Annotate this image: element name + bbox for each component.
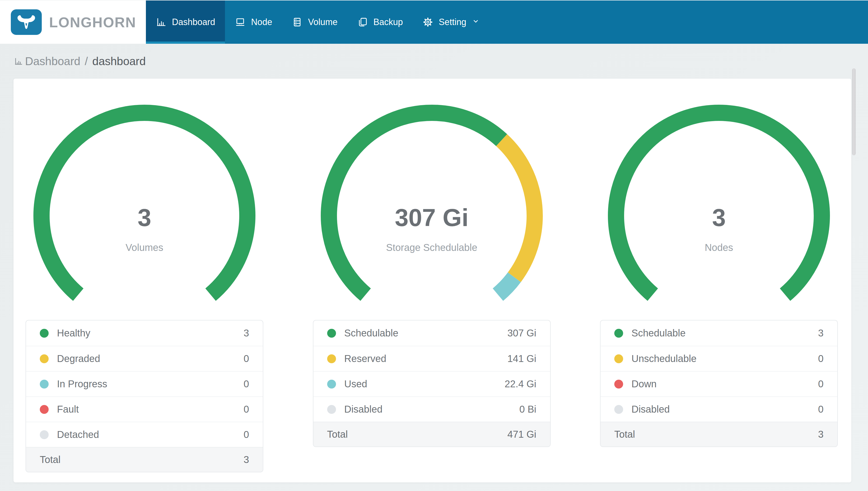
storage-gauge-chart: 307 Gi Storage Schedulable (316, 92, 547, 308)
chevron-down-icon (472, 17, 480, 28)
volumes-legend-card: Healthy3Degraded0In Progress0Fault0Detac… (26, 320, 263, 472)
nav-tab-dashboard[interactable]: Dashboard (146, 0, 225, 44)
volumes-chart-column: 3 Volumes Healthy3Degraded0In Progress0F… (26, 79, 263, 472)
breadcrumb-current-page: dashboard (92, 55, 146, 68)
legend-total-row: Total 3 (26, 447, 263, 472)
storage-chart-column: 307 Gi Storage Schedulable Schedulable30… (313, 79, 551, 447)
total-value: 3 (818, 429, 824, 440)
active-tab-indicator (146, 41, 225, 44)
brand-logo[interactable]: LONGHORN (0, 0, 146, 44)
legend-label: Schedulable (344, 327, 507, 339)
nodes-gauge-chart: 3 Nodes (603, 92, 834, 308)
legend-value: 0 (244, 353, 249, 364)
legend-value: 3 (818, 327, 824, 339)
legend-total-row: Total 3 (600, 422, 837, 446)
nav-tab-volume[interactable]: Volume (282, 0, 347, 44)
legend-value: 0 Bi (520, 404, 536, 415)
gauge-center-text: 3 Nodes (603, 203, 834, 253)
legend-value: 0 (818, 378, 824, 389)
legend-value: 307 Gi (507, 327, 536, 339)
legend-color-dot (614, 354, 623, 363)
legend-color-dot (40, 405, 49, 414)
legend-row: Disabled0 Bi (313, 396, 550, 422)
longhorn-dashboard-page: LONGHORN Dashboard (0, 0, 868, 491)
legend-value: 0 (244, 378, 249, 389)
volumes-gauge-chart: 3 Volumes (29, 92, 260, 308)
nav-tab-label: Backup (373, 17, 403, 27)
legend-value: 0 (244, 404, 249, 415)
nav-tab-node[interactable]: Node (225, 0, 282, 44)
legend-row: Unschedulable0 (600, 346, 837, 371)
nodes-chart-column: 3 Nodes Schedulable3Unschedulable0Down0D… (600, 79, 838, 447)
legend-color-dot (327, 354, 336, 363)
server-icon (292, 17, 303, 28)
legend-label: Detached (57, 429, 244, 440)
legend-color-dot (40, 380, 49, 388)
legend-color-dot (327, 380, 336, 388)
gauge-value: 3 (603, 203, 834, 232)
legend-value: 0 (818, 404, 824, 415)
legend-row: Disabled0 (600, 396, 837, 422)
legend-row: Down0 (600, 371, 837, 396)
legend-row: Used22.4 Gi (313, 371, 550, 396)
legend-label: In Progress (57, 378, 244, 389)
breadcrumb-root-link[interactable]: Dashboard (25, 55, 80, 68)
total-label: Total (40, 454, 244, 465)
nav-tab-backup[interactable]: Backup (347, 0, 413, 44)
gauge-value: 3 (29, 203, 260, 232)
bar-chart-icon (156, 17, 166, 28)
gauge-segment (498, 277, 514, 295)
vertical-scrollbar-thumb[interactable] (852, 68, 856, 155)
legend-row: Reserved141 Gi (313, 346, 550, 371)
gear-icon (423, 17, 433, 28)
gauge-label: Nodes (603, 241, 834, 253)
legend-row: Fault0 (26, 396, 263, 422)
nav-tab-setting[interactable]: Setting (413, 0, 490, 44)
gauge-label: Storage Schedulable (316, 241, 547, 253)
total-value: 3 (244, 454, 249, 465)
legend-label: Schedulable (631, 327, 818, 339)
legend-color-dot (40, 430, 49, 439)
legend-color-dot (614, 329, 623, 338)
legend-row: In Progress0 (26, 371, 263, 396)
nav-tab-label: Setting (439, 17, 466, 27)
main-nav: Dashboard Node (146, 0, 868, 44)
legend-value: 22.4 Gi (505, 378, 536, 389)
gauge-center-text: 3 Volumes (29, 203, 260, 253)
legend-label: Unschedulable (631, 353, 818, 364)
nav-tab-label: Node (251, 17, 272, 27)
nodes-legend-card: Schedulable3Unschedulable0Down0Disabled0… (600, 320, 838, 447)
legend-label: Used (344, 378, 505, 389)
legend-row: Schedulable307 Gi (313, 320, 550, 346)
top-nav-bar: LONGHORN Dashboard (0, 0, 868, 44)
legend-value: 3 (244, 327, 249, 339)
legend-label: Fault (57, 404, 244, 415)
legend-color-dot (40, 354, 49, 363)
legend-row: Schedulable3 (600, 320, 837, 346)
legend-color-dot (327, 329, 336, 338)
gauge-label: Volumes (29, 241, 260, 253)
legend-label: Reserved (344, 353, 507, 364)
legend-label: Disabled (344, 404, 520, 415)
total-label: Total (327, 429, 507, 440)
legend-row: Healthy3 (26, 320, 263, 346)
nav-tab-label: Volume (308, 17, 338, 27)
breadcrumb-separator: / (85, 55, 88, 68)
legend-value: 0 (244, 429, 249, 440)
bar-chart-icon (14, 56, 24, 66)
gauge-value: 307 Gi (316, 203, 547, 232)
legend-label: Disabled (631, 404, 818, 415)
laptop-icon (235, 17, 246, 28)
breadcrumb: Dashboard / dashboard (0, 44, 146, 79)
legend-color-dot (40, 329, 49, 338)
legend-color-dot (614, 405, 623, 414)
gauge-center-text: 307 Gi Storage Schedulable (316, 203, 547, 253)
longhorn-bull-icon (11, 9, 42, 35)
legend-row: Detached0 (26, 422, 263, 447)
legend-label: Down (631, 378, 818, 389)
total-value: 471 Gi (507, 429, 536, 440)
legend-label: Healthy (57, 327, 244, 339)
dashboard-summary-card: 3 Volumes Healthy3Degraded0In Progress0F… (13, 79, 851, 482)
legend-color-dot (614, 380, 623, 388)
copy-icon (357, 17, 368, 28)
